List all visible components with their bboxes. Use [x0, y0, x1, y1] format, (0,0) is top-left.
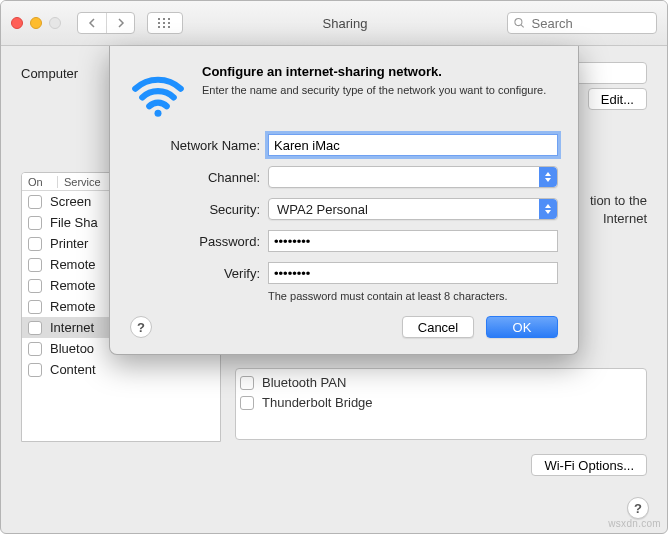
checkbox[interactable] — [240, 376, 254, 390]
chevron-updown-icon — [539, 199, 557, 219]
checkbox[interactable] — [28, 279, 42, 293]
zoom-icon — [49, 17, 61, 29]
help-button[interactable]: ? — [627, 497, 649, 519]
network-name-input[interactable] — [268, 134, 558, 156]
help-button[interactable]: ? — [130, 316, 152, 338]
list-item-label: Screen — [50, 194, 91, 209]
search-field[interactable] — [507, 12, 657, 34]
chevron-left-icon — [88, 18, 96, 28]
prefs-window: Sharing Computer Edit... On Service — [0, 0, 668, 534]
list-item[interactable]: Thunderbolt Bridge — [240, 393, 642, 413]
list-item-label: Thunderbolt Bridge — [262, 394, 373, 412]
wifi-icon — [130, 66, 186, 122]
list-item-label: Remote — [50, 278, 96, 293]
sheet-form: Network Name: Channel: Security: WPA2 Pe… — [130, 134, 558, 302]
checkbox[interactable] — [28, 237, 42, 251]
checkbox[interactable] — [28, 300, 42, 314]
chevron-updown-icon — [539, 167, 557, 187]
show-all-button[interactable] — [147, 12, 183, 34]
search-input[interactable] — [530, 15, 650, 32]
forward-button[interactable] — [106, 13, 134, 33]
list-item-label: Remote — [50, 299, 96, 314]
password-input[interactable] — [268, 230, 558, 252]
verify-input[interactable] — [268, 262, 558, 284]
network-name-label: Network Name: — [130, 138, 260, 153]
back-button[interactable] — [78, 13, 106, 33]
table-row[interactable]: Content — [22, 359, 220, 380]
cancel-button[interactable]: Cancel — [402, 316, 474, 338]
desc-fragment: tion to the — [590, 193, 647, 208]
desc-fragment: Internet — [603, 211, 647, 226]
col-service: Service — [58, 176, 101, 188]
channel-label: Channel: — [130, 170, 260, 185]
col-on: On — [22, 176, 58, 188]
ok-button[interactable]: OK — [486, 316, 558, 338]
password-label: Password: — [130, 234, 260, 249]
security-value: WPA2 Personal — [277, 202, 368, 217]
watermark: wsxdn.com — [608, 518, 661, 529]
close-icon[interactable] — [11, 17, 23, 29]
computer-name-label: Computer — [21, 66, 121, 81]
checkbox[interactable] — [28, 342, 42, 356]
checkbox[interactable] — [28, 321, 42, 335]
edit-button[interactable]: Edit... — [588, 88, 647, 110]
security-select[interactable]: WPA2 Personal — [268, 198, 558, 220]
checkbox[interactable] — [28, 195, 42, 209]
list-item-label: Internet — [50, 320, 94, 335]
svg-line-1 — [521, 25, 524, 28]
minimize-icon[interactable] — [30, 17, 42, 29]
security-label: Security: — [130, 202, 260, 217]
svg-point-2 — [155, 110, 162, 117]
chevron-right-icon — [117, 18, 125, 28]
wifi-options-button[interactable]: Wi-Fi Options... — [531, 454, 647, 476]
sheet-title: Configure an internet-sharing network. — [202, 64, 546, 79]
list-item-label: Bluetoo — [50, 341, 94, 356]
list-item-label: Remote — [50, 257, 96, 272]
list-item-label: Content — [50, 362, 96, 377]
svg-point-0 — [515, 19, 522, 26]
sheet-buttons: Cancel OK — [130, 316, 558, 338]
channel-select[interactable] — [268, 166, 558, 188]
wifi-options-sheet: Configure an internet-sharing network. E… — [109, 46, 579, 355]
sheet-subtitle: Enter the name and security type of the … — [202, 83, 546, 98]
titlebar: Sharing — [1, 1, 667, 46]
search-icon — [514, 17, 525, 29]
checkbox[interactable] — [28, 258, 42, 272]
checkbox[interactable] — [28, 216, 42, 230]
grid-icon — [158, 18, 172, 28]
list-item-label: File Sha — [50, 215, 98, 230]
checkbox[interactable] — [240, 396, 254, 410]
window-controls — [11, 17, 61, 29]
list-item-label: Printer — [50, 236, 88, 251]
checkbox[interactable] — [28, 363, 42, 377]
list-item-label: Bluetooth PAN — [262, 374, 346, 392]
window-title: Sharing — [191, 16, 499, 31]
list-item[interactable]: Bluetooth PAN — [240, 373, 642, 393]
ports-list: Bluetooth PAN Thunderbolt Bridge — [235, 368, 647, 440]
password-hint: The password must contain at least 8 cha… — [268, 290, 558, 302]
nav-buttons — [77, 12, 135, 34]
verify-label: Verify: — [130, 266, 260, 281]
